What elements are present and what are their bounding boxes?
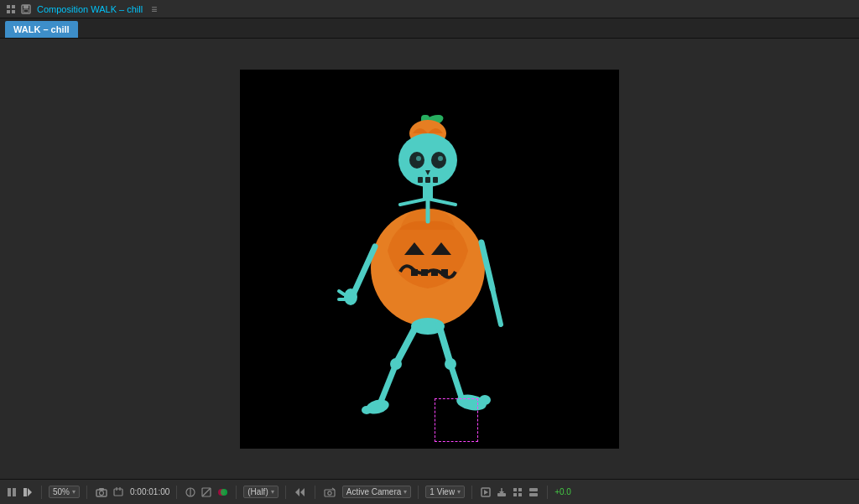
svg-marker-49 (28, 488, 32, 496)
svg-rect-3 (12, 10, 15, 13)
toolbar-group-active-camera: Active Camera ▾ (342, 486, 412, 498)
views-label: 1 View (430, 487, 455, 496)
svg-rect-52 (99, 488, 104, 491)
svg-rect-23 (421, 269, 428, 276)
play-stop-button[interactable] (5, 486, 18, 498)
sep1 (41, 486, 42, 499)
svg-point-13 (416, 156, 421, 161)
toolbar-group-fastpreview (293, 486, 308, 498)
composition-canvas (240, 70, 619, 449)
svg-point-61 (221, 489, 227, 496)
title-bar: Composition WALK – chill ≡ (0, 0, 859, 18)
toolbar-group-camera (322, 486, 337, 498)
time-display: 0:00:01:00 (130, 487, 169, 496)
sep5 (285, 486, 286, 499)
svg-rect-15 (418, 177, 423, 183)
svg-rect-75 (518, 493, 522, 496)
svg-rect-2 (7, 10, 10, 13)
views-dropdown[interactable]: 1 View ▾ (425, 486, 465, 498)
svg-rect-17 (433, 177, 438, 183)
layout-button1[interactable] (511, 486, 524, 498)
svg-rect-47 (13, 488, 16, 496)
svg-point-65 (328, 491, 331, 494)
menu-icon[interactable]: ≡ (151, 3, 157, 15)
render-button[interactable] (479, 486, 492, 498)
svg-point-27 (344, 288, 357, 305)
toolbar-group-exposure: +0.0 (554, 487, 571, 496)
sep7 (418, 486, 419, 499)
camera-arrow: ▾ (403, 488, 407, 496)
svg-line-34 (428, 199, 456, 205)
composition-name: WALK – chill (91, 4, 143, 14)
svg-point-14 (438, 156, 443, 161)
composition-tab[interactable]: WALK – chill (5, 21, 78, 38)
svg-point-40 (362, 406, 372, 414)
sep2 (86, 486, 87, 499)
title-text: Composition WALK – chill (37, 4, 143, 14)
svg-rect-73 (518, 488, 522, 491)
quality-dropdown[interactable]: (Half) ▾ (243, 486, 278, 498)
exposure-value: +0.0 (554, 487, 571, 496)
camera-icon-button[interactable] (322, 486, 337, 498)
sep9 (547, 486, 548, 499)
tab-bar: WALK – chill (0, 18, 859, 39)
title-bar-icons (5, 3, 32, 15)
svg-rect-46 (8, 488, 11, 496)
svg-rect-48 (23, 488, 27, 496)
svg-rect-25 (441, 269, 448, 276)
svg-rect-72 (513, 488, 517, 491)
motion-blur-button[interactable] (184, 486, 197, 498)
app-icon (5, 3, 17, 15)
fast-preview-button[interactable] (293, 486, 308, 498)
bottom-toolbar: 50% ▾ 0:00:01:00 (Half) ▾ (0, 479, 859, 504)
sep3 (176, 486, 177, 499)
output-button[interactable] (495, 486, 508, 498)
svg-rect-77 (529, 493, 538, 496)
sep6 (315, 486, 315, 499)
svg-rect-5 (23, 5, 29, 8)
quality-arrow: ▾ (271, 488, 274, 496)
svg-line-38 (381, 364, 396, 402)
toolbar-group-time: 0:00:01:00 (130, 487, 169, 496)
toolbar-group-zoom: 50% ▾ (49, 486, 80, 498)
svg-line-41 (439, 325, 450, 364)
svg-line-28 (339, 291, 344, 294)
svg-rect-6 (23, 9, 29, 13)
composition-label: Composition (37, 4, 88, 14)
svg-rect-53 (114, 489, 122, 496)
preview-button[interactable] (21, 486, 34, 498)
zoom-dropdown[interactable]: 50% ▾ (49, 486, 80, 498)
toolbar-group-controls (184, 486, 229, 498)
toolbar-group-views: 1 View ▾ (425, 486, 465, 498)
svg-line-33 (400, 199, 428, 205)
svg-rect-16 (425, 177, 430, 183)
svg-rect-24 (431, 269, 438, 276)
active-camera-label: Active Camera (346, 487, 402, 496)
svg-rect-76 (529, 488, 538, 491)
layout-button2[interactable] (527, 486, 540, 498)
svg-marker-62 (295, 488, 299, 496)
viewport-area (0, 39, 859, 479)
time-remap-button[interactable] (112, 486, 125, 498)
color-balance-button[interactable] (216, 486, 229, 498)
toolbar-group-quality: (Half) ▾ (243, 486, 278, 498)
views-arrow: ▾ (457, 488, 461, 496)
transparency-button[interactable] (200, 486, 213, 498)
zoom-value: 50% (53, 487, 70, 496)
svg-point-51 (100, 491, 104, 495)
svg-rect-0 (7, 5, 10, 8)
active-camera-dropdown[interactable]: Active Camera ▾ (342, 486, 412, 498)
svg-line-36 (396, 325, 417, 364)
toolbar-group-render (479, 486, 540, 498)
svg-line-43 (450, 364, 461, 397)
svg-rect-22 (411, 269, 418, 276)
sep8 (471, 486, 472, 499)
snapshot-button[interactable] (94, 486, 109, 498)
svg-line-31 (492, 288, 501, 325)
toolbar-group-snapshot (94, 486, 125, 498)
svg-line-59 (202, 488, 211, 496)
toolbar-group-preview (5, 486, 34, 498)
svg-rect-74 (513, 493, 517, 496)
sep4 (236, 486, 237, 499)
svg-marker-68 (484, 490, 488, 495)
